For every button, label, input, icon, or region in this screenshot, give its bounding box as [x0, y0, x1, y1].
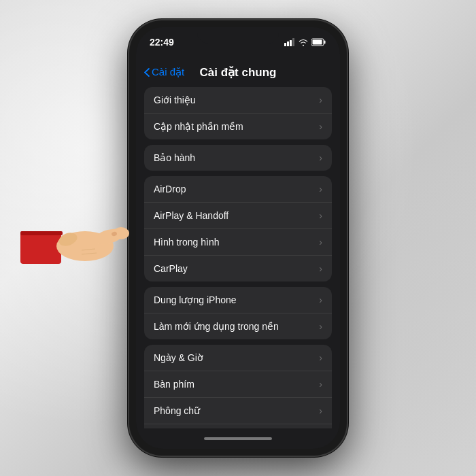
chevron-icon: ›: [319, 121, 322, 132]
item-label-phong-chu: Phông chữ: [154, 405, 200, 416]
status-icons: [284, 38, 326, 46]
list-item-ban-phim[interactable]: Bàn phím ›: [144, 371, 332, 398]
item-label-dung-luong: Dung lượng iPhone: [154, 294, 237, 305]
item-label-airdrop: AirDrop: [154, 184, 186, 194]
svg-rect-9: [284, 43, 286, 46]
item-label-hinh-trong-hinh: Hình trong hình: [154, 237, 220, 248]
svg-rect-15: [313, 40, 322, 45]
list-item-airdrop[interactable]: AirDrop ›: [144, 176, 332, 203]
chevron-icon: ›: [319, 263, 322, 274]
settings-group-1: Giới thiệu › Cập nhật phần mềm ›: [144, 87, 332, 139]
svg-rect-8: [20, 231, 63, 235]
chevron-icon: ›: [319, 405, 322, 416]
svg-rect-0: [20, 231, 61, 264]
list-item-dung-luong[interactable]: Dung lượng iPhone ›: [144, 287, 332, 313]
list-item-airplay-handoff[interactable]: AirPlay & Handoff ›: [144, 203, 332, 229]
settings-group-3: AirDrop › AirPlay & Handoff › Hình trong…: [144, 176, 332, 282]
item-label-bao-hanh: Bảo hành: [154, 152, 195, 163]
item-label-airplay-handoff: AirPlay & Handoff: [154, 210, 228, 221]
list-item[interactable]: Cập nhật phần mềm ›: [144, 114, 332, 139]
notch: [197, 27, 279, 44]
svg-rect-12: [292, 38, 294, 46]
list-item-phong-chu[interactable]: Phông chữ ›: [144, 398, 332, 424]
list-item[interactable]: Giới thiệu ›: [144, 87, 332, 114]
svg-rect-14: [324, 41, 326, 44]
settings-group-5: Ngày & Giờ › Bàn phím › Phông chữ › Ngôn…: [144, 345, 332, 428]
signal-icon: [284, 38, 295, 46]
phone-screen: 22:49: [136, 27, 340, 449]
status-time: 22:49: [150, 37, 174, 48]
chevron-icon: ›: [319, 210, 322, 221]
nav-title: Cài đặt chung: [200, 65, 277, 80]
settings-group-2: Bảo hành ›: [144, 145, 332, 171]
item-label-cap-nhat: Cập nhật phần mềm: [154, 121, 243, 132]
item-label-lam-moi: Làm mới ứng dụng trong nền: [154, 321, 279, 332]
chevron-icon: ›: [319, 352, 322, 363]
chevron-icon: ›: [319, 294, 322, 305]
list-item-hinh-trong-hinh[interactable]: Hình trong hình ›: [144, 229, 332, 256]
home-bar: [204, 437, 272, 440]
phone-frame: 22:49: [129, 20, 347, 456]
hand-pointer: [20, 211, 129, 265]
back-label: Cài đặt: [152, 66, 184, 78]
wifi-icon: [299, 38, 308, 46]
svg-rect-11: [290, 40, 292, 46]
battery-icon: [311, 38, 326, 46]
item-label-gioi-thieu: Giới thiệu: [154, 95, 196, 105]
settings-scroll[interactable]: Giới thiệu › Cập nhật phần mềm › Bảo hàn…: [136, 87, 340, 428]
list-item-ngay-gio[interactable]: Ngày & Giờ ›: [144, 345, 332, 371]
list-item[interactable]: Bảo hành ›: [144, 145, 332, 171]
status-bar: 22:49: [136, 27, 340, 57]
item-label-ban-phim: Bàn phím: [154, 379, 194, 390]
chevron-icon: ›: [319, 184, 322, 194]
list-item-lam-moi[interactable]: Làm mới ứng dụng trong nền ›: [144, 313, 332, 339]
svg-rect-10: [287, 41, 289, 46]
item-label-ngay-gio: Ngày & Giờ: [154, 352, 203, 363]
chevron-icon: ›: [319, 237, 322, 248]
chevron-icon: ›: [319, 152, 322, 163]
chevron-icon: ›: [319, 95, 322, 105]
home-indicator: [136, 428, 340, 449]
back-chevron-icon: [144, 68, 150, 77]
nav-back-button[interactable]: Cài đặt: [144, 66, 184, 78]
chevron-icon: ›: [319, 379, 322, 390]
nav-header: Cài đặt Cài đặt chung: [136, 57, 340, 87]
list-item-carplay[interactable]: CarPlay ›: [144, 256, 332, 282]
list-item-ngon-ngu[interactable]: Ngôn ngữ & Vùng ›: [144, 424, 332, 428]
chevron-icon: ›: [319, 321, 322, 332]
settings-group-4: Dung lượng iPhone › Làm mới ứng dụng tro…: [144, 287, 332, 339]
item-label-carplay: CarPlay: [154, 263, 188, 274]
